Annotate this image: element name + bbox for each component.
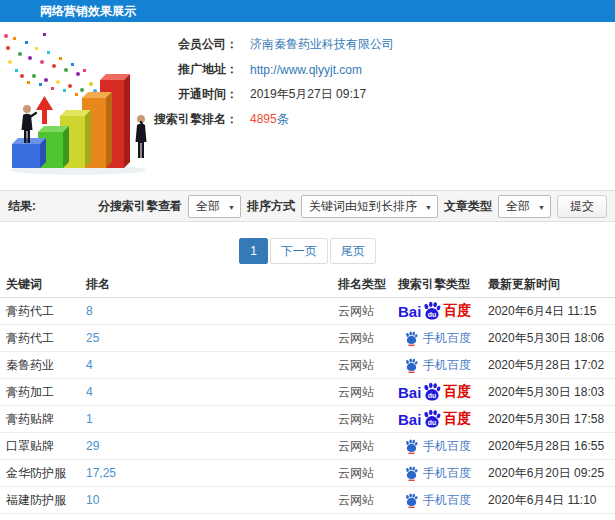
article-type-label: 文章类型: [444, 198, 492, 215]
keyword-cell: 膏药贴牌: [6, 411, 86, 428]
info-section: 会员公司： 济南秦鲁药业科技有限公司 推广地址： http://www.qlyy…: [0, 22, 615, 190]
baidu-paw-icon: du: [422, 382, 442, 402]
open-time-value: 2019年5月27日 09:17: [250, 86, 366, 103]
company-link[interactable]: 济南秦鲁药业科技有限公司: [250, 36, 394, 53]
rank-count-value: 4895: [250, 112, 277, 126]
col-updated: 最新更新时间: [488, 276, 615, 293]
baidu-pc-logo: Baidu百度: [398, 382, 471, 402]
rank-type-cell: 云网站: [338, 330, 398, 347]
filter-controls: 分搜索引擎查看 全部 排序方式 关键词由短到长排序 文章类型 全部 提交: [98, 195, 607, 218]
engine-cell: Baidu百度: [398, 301, 488, 321]
baidu-cn-text: 百度: [443, 410, 471, 428]
baidu-mobile-logo: 手机百度: [398, 492, 471, 509]
baidu-mobile-text: 手机百度: [423, 492, 471, 509]
col-rank: 排名: [86, 276, 338, 293]
article-type-select[interactable]: 全部: [498, 195, 551, 218]
table-row: 金华防护服17,25云网站手机百度2020年6月20日 09:25: [0, 460, 615, 487]
baidu-mobile-logo: 手机百度: [398, 330, 471, 347]
baidu-bai-text: Bai: [398, 303, 421, 320]
sort-select[interactable]: 关键词由短到长排序: [301, 195, 438, 218]
keyword-cell: 膏药代工: [6, 303, 86, 320]
businessman-right: [136, 115, 147, 158]
pagination: 1 下一页 尾页: [0, 238, 615, 264]
page-1-button[interactable]: 1: [239, 238, 268, 264]
rank-link[interactable]: 10: [86, 493, 99, 507]
sort-select-wrap: 关键词由短到长排序: [301, 195, 438, 218]
engine-filter-label: 分搜索引擎查看: [98, 198, 182, 215]
table-row: 福建防护服10云网站手机百度2020年6月4日 11:10: [0, 487, 615, 514]
baidu-du-text: du: [428, 419, 436, 426]
engine-cell: 手机百度: [398, 492, 488, 509]
updated-cell: 2020年5月30日 18:06: [488, 330, 615, 347]
table-row: 膏药代工8云网站Baidu百度2020年6月4日 11:15: [0, 298, 615, 325]
baidu-paw-icon: [404, 439, 419, 454]
engine-cell: Baidu百度: [398, 409, 488, 429]
updated-cell: 2020年6月4日 11:10: [488, 492, 615, 509]
baidu-mobile-text: 手机百度: [423, 465, 471, 482]
keyword-cell: 口罩贴牌: [6, 438, 86, 455]
rank-type-cell: 云网站: [338, 465, 398, 482]
sort-label: 排序方式: [247, 198, 295, 215]
page-title: 网络营销效果展示: [40, 4, 136, 18]
baidu-pc-logo: Baidu百度: [398, 409, 471, 429]
table-row: 口罩贴牌29云网站手机百度2020年5月28日 16:55: [0, 433, 615, 460]
engine-filter-wrap: 全部: [188, 195, 241, 218]
rank-type-cell: 云网站: [338, 303, 398, 320]
rank-type-cell: 云网站: [338, 438, 398, 455]
baidu-paw-icon: [404, 493, 419, 508]
submit-button[interactable]: 提交: [557, 195, 607, 218]
article-type-wrap: 全部: [498, 195, 551, 218]
col-engine-type: 搜索引擎类型: [398, 276, 488, 293]
rank-link[interactable]: 8: [86, 304, 93, 318]
open-time-label: 开通时间：: [152, 86, 238, 103]
table-row: 手机百度: [0, 514, 615, 520]
result-label: 结果:: [8, 198, 36, 215]
baidu-paw-icon: [404, 466, 419, 481]
keyword-cell: 秦鲁药业: [6, 357, 86, 374]
baidu-paw-icon: [404, 358, 419, 373]
rank-count: 4895条: [250, 111, 289, 128]
next-page-button[interactable]: 下一页: [270, 238, 328, 264]
baidu-mobile-text: 手机百度: [423, 438, 471, 455]
rank-type-cell: 云网站: [338, 411, 398, 428]
rank-link[interactable]: 25: [86, 331, 99, 345]
engine-cell: 手机百度: [398, 357, 488, 374]
updated-cell: 2020年6月20日 09:25: [488, 465, 615, 482]
businessman-left: [22, 105, 37, 143]
baidu-bai-text: Bai: [398, 384, 421, 401]
site-link[interactable]: http://www.qlyyjt.com: [250, 63, 362, 77]
keyword-cell: 福建防护服: [6, 492, 86, 509]
table-row: 秦鲁药业4云网站手机百度2020年5月28日 17:02: [0, 352, 615, 379]
rank-link[interactable]: 4: [86, 358, 93, 372]
baidu-du-text: du: [428, 392, 436, 399]
engine-filter-select[interactable]: 全部: [188, 195, 241, 218]
table-row: 膏药代工25云网站手机百度2020年5月30日 18:06: [0, 325, 615, 352]
rank-link[interactable]: 17,25: [86, 466, 116, 480]
baidu-bai-text: Bai: [398, 411, 421, 428]
col-keyword: 关键词: [6, 276, 86, 293]
rank-count-unit: 条: [277, 112, 289, 126]
page-header: 网络营销效果展示: [0, 0, 615, 22]
rank-link[interactable]: 1: [86, 412, 93, 426]
baidu-mobile-logo: 手机百度: [398, 438, 471, 455]
rank-type-cell: 云网站: [338, 492, 398, 509]
engine-cell: 手机百度: [398, 465, 488, 482]
results-table: 关键词 排名 排名类型 搜索引擎类型 最新更新时间 膏药代工8云网站Baidu百…: [0, 272, 615, 520]
rank-link[interactable]: 4: [86, 385, 93, 399]
keyword-cell: 金华防护服: [6, 465, 86, 482]
engine-cell: 手机百度: [398, 330, 488, 347]
last-page-button[interactable]: 尾页: [330, 238, 376, 264]
table-row: 膏药贴牌1云网站Baidu百度2020年5月30日 17:58: [0, 406, 615, 433]
baidu-paw-icon: [404, 331, 419, 346]
confetti-dots: [4, 33, 97, 100]
baidu-cn-text: 百度: [443, 302, 471, 320]
company-label: 会员公司：: [152, 36, 238, 53]
rank-link[interactable]: 29: [86, 439, 99, 453]
updated-cell: 2020年5月30日 17:58: [488, 411, 615, 428]
filter-bar: 结果: 分搜索引擎查看 全部 排序方式 关键词由短到长排序 文章类型 全部 提交: [0, 190, 615, 222]
table-body: 膏药代工8云网站Baidu百度2020年6月4日 11:15膏药代工25云网站手…: [0, 298, 615, 520]
updated-cell: 2020年5月28日 17:02: [488, 357, 615, 374]
col-rank-type: 排名类型: [338, 276, 398, 293]
baidu-paw-icon: du: [422, 409, 442, 429]
baidu-pc-logo: Baidu百度: [398, 301, 471, 321]
